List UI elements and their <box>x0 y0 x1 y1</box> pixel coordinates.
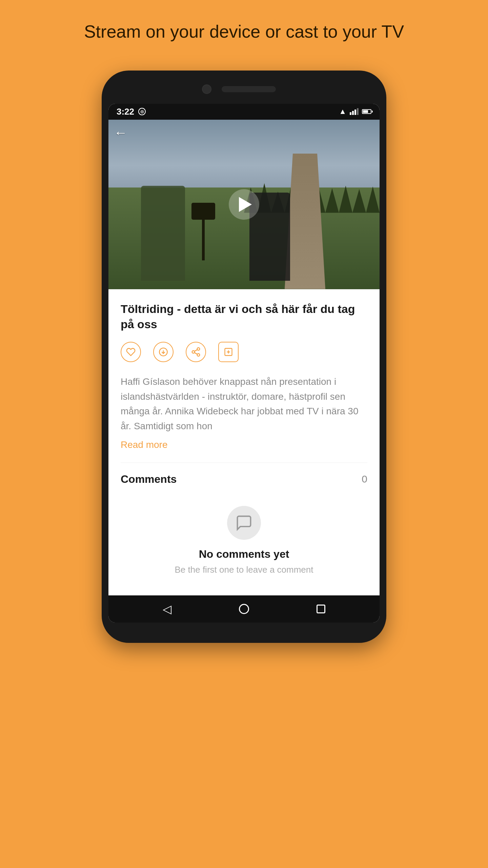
divider <box>121 462 367 463</box>
svg-point-4 <box>197 354 200 356</box>
phone-mockup: 3:22 ◎ ▲ <box>102 71 386 643</box>
no-comments-subtitle: Be the first one to leave a comment <box>175 565 313 575</box>
description-text: Haffi Gíslason behöver knappast nån pres… <box>121 374 367 433</box>
no-comments-title: No comments yet <box>199 548 289 560</box>
share-icon <box>191 347 201 357</box>
heart-icon <box>126 347 136 357</box>
phone-screen: 3:22 ◎ ▲ <box>108 104 380 623</box>
read-more-button[interactable]: Read more <box>121 439 168 450</box>
comment-bubble-icon <box>235 514 253 532</box>
signal-icon <box>350 108 359 115</box>
download-icon <box>159 347 168 357</box>
phone-top-bar <box>108 81 380 98</box>
video-title: Töltriding - detta är vi och så här får … <box>121 301 367 333</box>
status-bar: 3:22 ◎ ▲ <box>108 104 380 120</box>
add-to-playlist-icon <box>224 347 233 357</box>
play-button[interactable] <box>229 189 259 220</box>
front-camera <box>202 84 211 94</box>
download-button[interactable] <box>153 342 174 362</box>
bottom-nav: ◁ <box>108 595 380 623</box>
comment-bubble-icon-container <box>227 506 261 540</box>
wifi-icon: ▲ <box>339 107 346 116</box>
comments-count: 0 <box>362 473 367 485</box>
nav-back-icon: ◁ <box>163 603 171 615</box>
like-button[interactable] <box>121 342 141 362</box>
video-player[interactable]: ← <box>108 120 380 289</box>
status-time: 3:22 <box>117 106 134 117</box>
status-right: ▲ <box>339 107 371 116</box>
svg-line-5 <box>195 353 198 354</box>
phone-speaker <box>222 86 276 92</box>
play-triangle-icon <box>239 197 252 212</box>
nav-recents-square-icon <box>317 605 325 613</box>
share-button[interactable] <box>186 342 206 362</box>
back-button[interactable]: ← <box>114 125 127 140</box>
nav-back-button[interactable]: ◁ <box>163 602 171 616</box>
comments-label: Comments <box>121 473 177 486</box>
status-notification-icon: ◎ <box>138 108 146 115</box>
battery-icon <box>362 109 371 114</box>
content-area: Töltriding - detta är vi och så här får … <box>108 289 380 595</box>
comments-header: Comments 0 <box>121 473 367 486</box>
nav-home-button[interactable] <box>239 604 249 614</box>
status-left: 3:22 ◎ <box>117 106 146 117</box>
page-headline: Stream on your device or cast to your TV <box>64 20 424 43</box>
svg-point-3 <box>192 351 195 354</box>
svg-point-2 <box>197 348 200 351</box>
svg-line-6 <box>195 350 198 352</box>
nav-recents-button[interactable] <box>317 605 325 613</box>
nav-home-circle-icon <box>239 604 249 614</box>
no-comments-area: No comments yet Be the first one to leav… <box>121 499 367 585</box>
add-playlist-button[interactable] <box>218 342 239 362</box>
action-icons-row <box>121 342 367 362</box>
